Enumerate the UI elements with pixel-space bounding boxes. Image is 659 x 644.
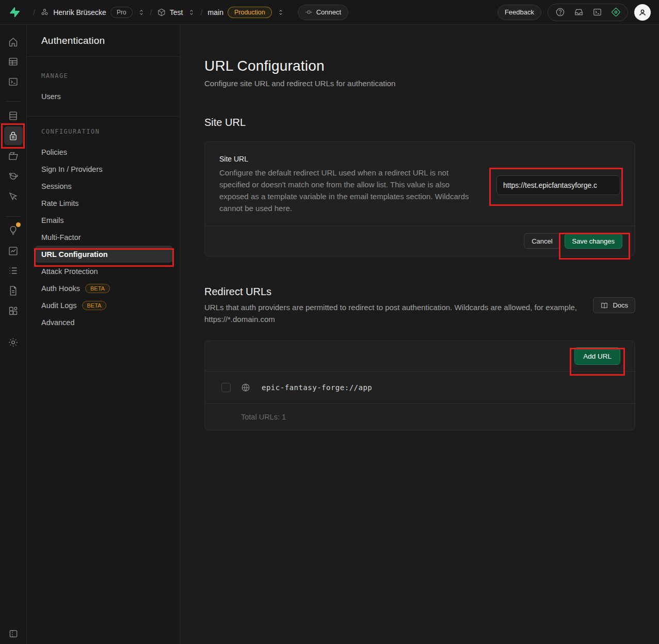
redirect-urls-heading: Redirect URLs — [204, 286, 581, 298]
inbox-icon[interactable] — [570, 5, 587, 20]
sidebar-item-rate-limits[interactable]: Rate Limits — [35, 195, 172, 212]
feedback-label: Feedback — [505, 8, 534, 16]
supabase-logo-icon[interactable] — [7, 6, 21, 19]
site-url-card: Site URL Configure the default redirect … — [204, 141, 635, 256]
breadcrumb-branch[interactable]: main Production — [208, 7, 284, 18]
sidebar-item-label: Advanced — [41, 318, 75, 327]
connect-button[interactable]: Connect — [298, 5, 348, 20]
command-terminal-icon[interactable] — [588, 5, 606, 20]
page-subtitle: Configure site URL and redirect URLs for… — [204, 79, 635, 88]
cube-icon — [157, 8, 166, 17]
org-switcher-chevron-icon[interactable] — [138, 9, 145, 16]
assistant-diamond-icon[interactable] — [607, 5, 624, 20]
sidebar-item-sessions[interactable]: Sessions — [35, 178, 172, 195]
project-name: Test — [170, 8, 183, 17]
sidebar-item-label: Emails — [41, 216, 64, 224]
organization-icon — [40, 8, 49, 17]
integrations-icon[interactable] — [4, 301, 23, 320]
docs-label: Docs — [613, 301, 628, 309]
sidebar-item-url-configuration[interactable]: URL Configuration — [35, 246, 172, 263]
rail-divider — [6, 216, 21, 217]
sidebar-title: Authentication — [41, 35, 105, 46]
logs-icon[interactable] — [4, 261, 23, 280]
user-avatar[interactable] — [634, 4, 651, 21]
branch-name: main — [208, 8, 223, 17]
sidebar-item-emails[interactable]: Emails — [35, 212, 172, 229]
sidebar-item-label: Attack Protection — [41, 267, 98, 276]
sidebar-item-audit-logs[interactable]: Audit LogsBETA — [35, 297, 172, 314]
page-title: URL Configuration — [204, 58, 635, 74]
advisors-icon[interactable] — [4, 221, 23, 239]
sidebar-item-sign-in-providers[interactable]: Sign In / Providers — [35, 160, 172, 178]
sidebar-item-label: Audit Logs — [41, 301, 77, 310]
sidebar-item-label: Policies — [41, 148, 67, 156]
connect-label: Connect — [316, 8, 341, 16]
main-content: URL Configuration Configure site URL and… — [180, 25, 659, 644]
notification-dot — [16, 222, 21, 227]
sidebar-item-advanced[interactable]: Advanced — [35, 314, 172, 331]
org-plan-badge: Pro — [110, 7, 133, 18]
globe-icon — [241, 383, 250, 392]
breadcrumb-project[interactable]: Test — [157, 8, 196, 17]
breadcrumb-separator: / — [150, 8, 152, 17]
breadcrumb-org[interactable]: Henrik Brüsecke Pro — [40, 7, 144, 18]
section-label-configuration: CONFIGURATION — [27, 128, 180, 135]
environment-badge: Production — [228, 7, 272, 18]
site-url-label: Site URL — [219, 155, 480, 163]
reports-icon[interactable] — [4, 242, 23, 260]
redirect-url-value: epic-fantasy-forge://app — [262, 383, 372, 392]
storage-icon[interactable] — [4, 147, 23, 165]
supabase-dashboard: / Henrik Brüsecke Pro / Test / main Prod… — [0, 0, 659, 644]
add-url-button[interactable]: Add URL — [574, 347, 620, 365]
url-checkbox[interactable] — [221, 383, 231, 392]
redirect-urls-card: Add URL epic-fantasy-forge://app Total U… — [204, 341, 635, 430]
sidebar-item-label: Users — [41, 92, 61, 101]
sql-editor-icon[interactable] — [4, 72, 23, 91]
authentication-icon[interactable] — [4, 126, 23, 145]
beta-badge: BETA — [85, 284, 110, 293]
site-url-description: Configure the default redirect URL used … — [219, 167, 480, 214]
book-icon — [600, 301, 608, 310]
section-label-manage: MANAGE — [27, 72, 180, 79]
sidebar-item-label: Multi-Factor — [41, 233, 81, 242]
site-url-input[interactable] — [496, 175, 620, 195]
settings-icon[interactable] — [4, 333, 23, 351]
cancel-button[interactable]: Cancel — [524, 233, 560, 249]
toggle-sidebar-icon[interactable] — [4, 624, 23, 643]
sidebar-item-users[interactable]: Users — [35, 88, 172, 105]
sidebar-item-auth-hooks[interactable]: Auth HooksBETA — [35, 280, 172, 297]
top-navigation-bar: / Henrik Brüsecke Pro / Test / main Prod… — [0, 0, 659, 25]
primary-nav-rail — [0, 25, 27, 644]
breadcrumb-separator: / — [200, 8, 202, 17]
rail-divider — [6, 101, 21, 102]
edge-functions-icon[interactable] — [4, 167, 23, 185]
sidebar-item-label: URL Configuration — [41, 250, 108, 259]
docs-button[interactable]: Docs — [593, 297, 635, 313]
project-switcher-chevron-icon[interactable] — [188, 9, 195, 16]
total-urls-label: Total URLs: 1 — [205, 403, 635, 430]
sidebar-item-label: Sign In / Providers — [41, 165, 102, 173]
org-name: Henrik Brüsecke — [53, 8, 106, 17]
realtime-icon[interactable] — [4, 187, 23, 205]
beta-badge: BETA — [82, 301, 107, 310]
breadcrumb-separator: / — [33, 8, 35, 17]
database-icon[interactable] — [4, 106, 23, 125]
sidebar-divider — [27, 116, 180, 117]
home-icon[interactable] — [4, 33, 23, 51]
feedback-button[interactable]: Feedback — [497, 5, 541, 20]
sidebar-item-label: Auth Hooks — [41, 284, 80, 293]
help-icon[interactable] — [551, 5, 569, 20]
site-url-heading: Site URL — [204, 117, 635, 128]
sidebar-item-label: Rate Limits — [41, 199, 79, 207]
save-changes-button[interactable]: Save changes — [565, 233, 622, 249]
redirect-url-row[interactable]: epic-fantasy-forge://app — [205, 371, 635, 403]
utility-icon-group — [548, 4, 628, 21]
table-editor-icon[interactable] — [4, 52, 23, 71]
sidebar-item-policies[interactable]: Policies — [35, 143, 172, 160]
auth-sidebar: Authentication MANAGE Users CONFIGURATIO… — [27, 25, 180, 644]
plug-icon — [305, 8, 313, 16]
api-docs-icon[interactable] — [4, 281, 23, 300]
sidebar-item-attack-protection[interactable]: Attack Protection — [35, 263, 172, 280]
sidebar-item-multi-factor[interactable]: Multi-Factor — [35, 229, 172, 246]
branch-switcher-chevron-icon[interactable] — [277, 9, 284, 16]
